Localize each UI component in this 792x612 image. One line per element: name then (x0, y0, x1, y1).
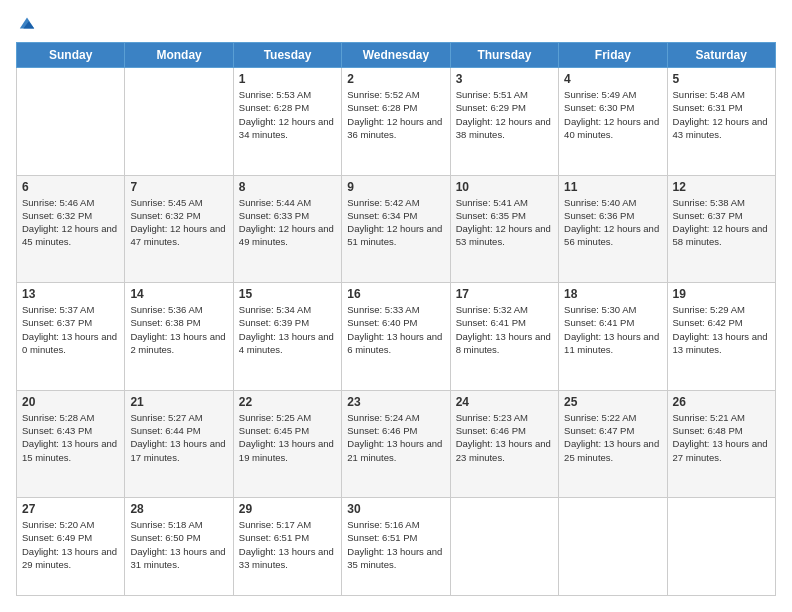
calendar-cell: 1Sunrise: 5:53 AMSunset: 6:28 PMDaylight… (233, 68, 341, 176)
day-info: Sunrise: 5:44 AMSunset: 6:33 PMDaylight:… (239, 196, 336, 249)
logo-icon (18, 14, 36, 32)
calendar-cell: 10Sunrise: 5:41 AMSunset: 6:35 PMDayligh… (450, 175, 558, 283)
day-number: 12 (673, 180, 770, 194)
day-number: 18 (564, 287, 661, 301)
day-number: 5 (673, 72, 770, 86)
calendar-table: SundayMondayTuesdayWednesdayThursdayFrid… (16, 42, 776, 596)
day-number: 26 (673, 395, 770, 409)
day-info: Sunrise: 5:21 AMSunset: 6:48 PMDaylight:… (673, 411, 770, 464)
day-info: Sunrise: 5:20 AMSunset: 6:49 PMDaylight:… (22, 518, 119, 571)
day-number: 8 (239, 180, 336, 194)
day-info: Sunrise: 5:32 AMSunset: 6:41 PMDaylight:… (456, 303, 553, 356)
calendar-cell: 4Sunrise: 5:49 AMSunset: 6:30 PMDaylight… (559, 68, 667, 176)
day-number: 6 (22, 180, 119, 194)
day-header-thursday: Thursday (450, 43, 558, 68)
page: SundayMondayTuesdayWednesdayThursdayFrid… (0, 0, 792, 612)
day-number: 30 (347, 502, 444, 516)
day-number: 4 (564, 72, 661, 86)
day-info: Sunrise: 5:49 AMSunset: 6:30 PMDaylight:… (564, 88, 661, 141)
day-number: 17 (456, 287, 553, 301)
calendar-header-row: SundayMondayTuesdayWednesdayThursdayFrid… (17, 43, 776, 68)
day-number: 22 (239, 395, 336, 409)
day-info: Sunrise: 5:33 AMSunset: 6:40 PMDaylight:… (347, 303, 444, 356)
day-info: Sunrise: 5:36 AMSunset: 6:38 PMDaylight:… (130, 303, 227, 356)
day-number: 19 (673, 287, 770, 301)
logo (16, 16, 36, 32)
week-row-2: 6Sunrise: 5:46 AMSunset: 6:32 PMDaylight… (17, 175, 776, 283)
calendar-cell (17, 68, 125, 176)
day-info: Sunrise: 5:27 AMSunset: 6:44 PMDaylight:… (130, 411, 227, 464)
day-number: 15 (239, 287, 336, 301)
day-number: 13 (22, 287, 119, 301)
day-number: 28 (130, 502, 227, 516)
calendar-cell: 9Sunrise: 5:42 AMSunset: 6:34 PMDaylight… (342, 175, 450, 283)
day-number: 7 (130, 180, 227, 194)
calendar-cell (667, 498, 775, 596)
day-number: 21 (130, 395, 227, 409)
day-number: 2 (347, 72, 444, 86)
calendar-cell: 21Sunrise: 5:27 AMSunset: 6:44 PMDayligh… (125, 390, 233, 498)
day-info: Sunrise: 5:22 AMSunset: 6:47 PMDaylight:… (564, 411, 661, 464)
calendar-cell: 7Sunrise: 5:45 AMSunset: 6:32 PMDaylight… (125, 175, 233, 283)
calendar-cell: 27Sunrise: 5:20 AMSunset: 6:49 PMDayligh… (17, 498, 125, 596)
calendar-cell: 29Sunrise: 5:17 AMSunset: 6:51 PMDayligh… (233, 498, 341, 596)
week-row-3: 13Sunrise: 5:37 AMSunset: 6:37 PMDayligh… (17, 283, 776, 391)
calendar-cell: 2Sunrise: 5:52 AMSunset: 6:28 PMDaylight… (342, 68, 450, 176)
calendar-cell (450, 498, 558, 596)
calendar-cell: 19Sunrise: 5:29 AMSunset: 6:42 PMDayligh… (667, 283, 775, 391)
calendar-cell: 22Sunrise: 5:25 AMSunset: 6:45 PMDayligh… (233, 390, 341, 498)
day-header-friday: Friday (559, 43, 667, 68)
calendar-cell: 24Sunrise: 5:23 AMSunset: 6:46 PMDayligh… (450, 390, 558, 498)
day-info: Sunrise: 5:51 AMSunset: 6:29 PMDaylight:… (456, 88, 553, 141)
day-info: Sunrise: 5:46 AMSunset: 6:32 PMDaylight:… (22, 196, 119, 249)
day-info: Sunrise: 5:53 AMSunset: 6:28 PMDaylight:… (239, 88, 336, 141)
day-number: 16 (347, 287, 444, 301)
calendar-cell: 26Sunrise: 5:21 AMSunset: 6:48 PMDayligh… (667, 390, 775, 498)
calendar-cell: 30Sunrise: 5:16 AMSunset: 6:51 PMDayligh… (342, 498, 450, 596)
day-number: 11 (564, 180, 661, 194)
day-number: 1 (239, 72, 336, 86)
calendar-cell: 13Sunrise: 5:37 AMSunset: 6:37 PMDayligh… (17, 283, 125, 391)
calendar-cell: 20Sunrise: 5:28 AMSunset: 6:43 PMDayligh… (17, 390, 125, 498)
calendar-cell: 17Sunrise: 5:32 AMSunset: 6:41 PMDayligh… (450, 283, 558, 391)
day-info: Sunrise: 5:40 AMSunset: 6:36 PMDaylight:… (564, 196, 661, 249)
calendar-cell: 18Sunrise: 5:30 AMSunset: 6:41 PMDayligh… (559, 283, 667, 391)
day-info: Sunrise: 5:41 AMSunset: 6:35 PMDaylight:… (456, 196, 553, 249)
calendar-cell: 11Sunrise: 5:40 AMSunset: 6:36 PMDayligh… (559, 175, 667, 283)
day-header-wednesday: Wednesday (342, 43, 450, 68)
day-info: Sunrise: 5:52 AMSunset: 6:28 PMDaylight:… (347, 88, 444, 141)
day-info: Sunrise: 5:42 AMSunset: 6:34 PMDaylight:… (347, 196, 444, 249)
day-header-tuesday: Tuesday (233, 43, 341, 68)
day-number: 23 (347, 395, 444, 409)
calendar-cell: 3Sunrise: 5:51 AMSunset: 6:29 PMDaylight… (450, 68, 558, 176)
calendar-cell (559, 498, 667, 596)
day-number: 25 (564, 395, 661, 409)
day-number: 24 (456, 395, 553, 409)
calendar-cell: 23Sunrise: 5:24 AMSunset: 6:46 PMDayligh… (342, 390, 450, 498)
day-info: Sunrise: 5:16 AMSunset: 6:51 PMDaylight:… (347, 518, 444, 571)
day-info: Sunrise: 5:17 AMSunset: 6:51 PMDaylight:… (239, 518, 336, 571)
day-info: Sunrise: 5:38 AMSunset: 6:37 PMDaylight:… (673, 196, 770, 249)
calendar-cell: 8Sunrise: 5:44 AMSunset: 6:33 PMDaylight… (233, 175, 341, 283)
day-info: Sunrise: 5:28 AMSunset: 6:43 PMDaylight:… (22, 411, 119, 464)
day-info: Sunrise: 5:29 AMSunset: 6:42 PMDaylight:… (673, 303, 770, 356)
week-row-1: 1Sunrise: 5:53 AMSunset: 6:28 PMDaylight… (17, 68, 776, 176)
day-number: 3 (456, 72, 553, 86)
day-number: 29 (239, 502, 336, 516)
calendar-cell (125, 68, 233, 176)
calendar-cell: 28Sunrise: 5:18 AMSunset: 6:50 PMDayligh… (125, 498, 233, 596)
calendar-cell: 6Sunrise: 5:46 AMSunset: 6:32 PMDaylight… (17, 175, 125, 283)
day-info: Sunrise: 5:24 AMSunset: 6:46 PMDaylight:… (347, 411, 444, 464)
day-info: Sunrise: 5:34 AMSunset: 6:39 PMDaylight:… (239, 303, 336, 356)
day-info: Sunrise: 5:48 AMSunset: 6:31 PMDaylight:… (673, 88, 770, 141)
day-header-sunday: Sunday (17, 43, 125, 68)
day-number: 10 (456, 180, 553, 194)
calendar-cell: 25Sunrise: 5:22 AMSunset: 6:47 PMDayligh… (559, 390, 667, 498)
day-number: 20 (22, 395, 119, 409)
week-row-5: 27Sunrise: 5:20 AMSunset: 6:49 PMDayligh… (17, 498, 776, 596)
day-info: Sunrise: 5:18 AMSunset: 6:50 PMDaylight:… (130, 518, 227, 571)
day-header-saturday: Saturday (667, 43, 775, 68)
calendar-cell: 12Sunrise: 5:38 AMSunset: 6:37 PMDayligh… (667, 175, 775, 283)
calendar-cell: 15Sunrise: 5:34 AMSunset: 6:39 PMDayligh… (233, 283, 341, 391)
calendar-cell: 5Sunrise: 5:48 AMSunset: 6:31 PMDaylight… (667, 68, 775, 176)
